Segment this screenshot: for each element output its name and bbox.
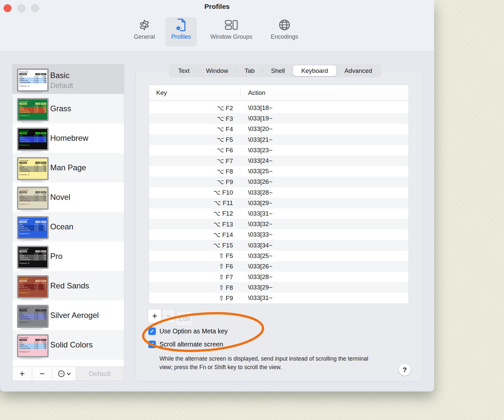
toolbar-item-profiles[interactable]: Profiles — [165, 17, 197, 47]
profile-thumbnail: Terminal#COMMAND%CPURPRVTtop4.1%231KXcod… — [17, 187, 48, 209]
profile-thumbnail: Terminal#COMMAND%CPURPRVTtop4.1%231KXcod… — [17, 98, 48, 121]
use-option-as-meta-checkbox-row: ✓ Use Option as Meta key — [148, 327, 228, 335]
profile-item-silver-aerogel[interactable]: Terminal#COMMAND%CPURPRVTtop4.1%231KXcod… — [12, 301, 124, 330]
profile-tabs: Text Window Tab Shell Keyboard Advanced — [169, 65, 381, 77]
profile-item-pro[interactable]: Terminal#COMMAND%CPURPRVTtop4.1%231KXcod… — [12, 242, 124, 271]
table-row[interactable]: ⌥ F15 \033[34~ — [149, 240, 409, 250]
action-cell: \033[31~ — [240, 294, 273, 302]
column-divider — [240, 88, 241, 97]
action-cell: \033[29~ — [240, 284, 273, 291]
table-row[interactable]: ⇧ F5 \033[25~ — [149, 251, 409, 261]
key-cell: ⌥ F5 — [149, 136, 240, 143]
profile-item-solid-colors[interactable]: Terminal#COMMAND%CPURPRVTtop4.1%231KXcod… — [12, 330, 124, 360]
table-row[interactable]: ⌥ F4 \033[20~ — [149, 124, 409, 134]
check-icon: ✓ — [150, 328, 154, 334]
profile-name: Man Page — [50, 163, 86, 172]
key-cell: ⌥ F11 — [149, 199, 240, 207]
window-groups-icon — [202, 17, 260, 33]
profile-item-basic[interactable]: Terminal#COMMAND%CPURPRVTtop4.1%231KXcod… — [12, 64, 124, 94]
preferences-window: Profiles General — [0, 0, 434, 391]
key-cell: ⌥ F6 — [149, 146, 240, 154]
profile-name: Basic — [50, 71, 70, 80]
tab-label: Tab — [244, 67, 255, 74]
thumbnail-reflection — [18, 150, 45, 153]
remove-profile-button[interactable]: − — [32, 367, 52, 381]
profile-name: Solid Colors — [50, 340, 93, 349]
profile-name: Silver Aerogel — [50, 311, 99, 320]
keyboard-table: Key Action ⌥ F2 \033[18~ ⌥ F3 \033[19~ ⌥… — [149, 85, 409, 304]
table-body: ⌥ F2 \033[18~ ⌥ F3 \033[19~ ⌥ F4 \033[20… — [149, 101, 409, 304]
profile-thumbnail: Terminal#COMMAND%CPURPRVTtop4.1%231KXcod… — [17, 276, 48, 298]
column-header-key[interactable]: Key — [149, 89, 240, 96]
profile-item-homebrew[interactable]: Terminal#COMMAND%CPURPRVTtop4.1%231KXcod… — [12, 123, 124, 153]
scroll-alternate-screen-checkbox[interactable]: ✓ — [148, 341, 156, 348]
table-row[interactable]: ⌥ F2 \033[18~ — [149, 103, 409, 113]
scroll-alternate-screen-label: Scroll alternate screen — [159, 341, 223, 348]
action-cell: \033[20~ — [240, 125, 273, 133]
table-row[interactable]: ⇧ F8 \033[29~ — [149, 282, 409, 293]
use-option-as-meta-checkbox[interactable]: ✓ — [148, 327, 156, 335]
action-cell: \033[24~ — [240, 157, 273, 164]
add-key-button[interactable]: + — [148, 309, 162, 323]
add-profile-button[interactable]: + — [12, 367, 32, 381]
globe-icon — [264, 17, 305, 33]
tab-label: Shell — [271, 67, 285, 74]
toolbar-item-general[interactable]: General — [129, 17, 160, 47]
action-cell: \033[21~ — [240, 136, 273, 143]
profile-subtitle: Default — [50, 81, 73, 90]
table-row[interactable]: ⇧ F6 \033[26~ — [149, 261, 409, 272]
toolbar-item-encodings[interactable]: Encodings — [264, 17, 305, 47]
profile-list-footer: + − Default — [12, 367, 124, 381]
profile-name: Pro — [50, 252, 62, 261]
tab-keyboard[interactable]: Keyboard — [293, 65, 336, 76]
table-row[interactable]: ⌥ F9 \033[26~ — [149, 177, 409, 187]
remove-key-button[interactable]: − — [162, 309, 175, 323]
table-row[interactable]: ⇧ F9 \033[31~ — [149, 293, 409, 303]
table-row[interactable]: ⇧ F7 \033[28~ — [149, 272, 409, 282]
tab-text[interactable]: Text — [170, 65, 198, 76]
profile-item-ocean[interactable]: Terminal#COMMAND%CPURPRVTtop4.1%231KXcod… — [12, 212, 124, 242]
profile-item-novel[interactable]: Terminal#COMMAND%CPURPRVTtop4.1%231KXcod… — [12, 182, 124, 212]
tab-shell[interactable]: Shell — [263, 65, 293, 76]
tab-label: Advanced — [345, 67, 372, 74]
tab-label: Text — [178, 67, 190, 74]
table-row[interactable]: ⌥ F3 \033[19~ — [149, 113, 409, 124]
chevron-down-icon — [67, 372, 71, 375]
table-row[interactable]: ⌥ F10 \033[28~ — [149, 187, 409, 198]
tab-tab[interactable]: Tab — [236, 65, 263, 76]
set-default-button[interactable]: Default — [76, 367, 123, 381]
tab-label: Window — [206, 67, 228, 74]
thumbnail-reflection — [18, 121, 45, 123]
more-options-button[interactable] — [52, 367, 76, 381]
profile-item-red-sands[interactable]: Terminal#COMMAND%CPURPRVTtop4.1%231KXcod… — [12, 271, 124, 301]
profile-name: Grass — [50, 104, 71, 113]
key-cell: ⌥ F4 — [149, 125, 240, 133]
tab-window[interactable]: Window — [198, 65, 237, 76]
help-button[interactable]: ? — [399, 364, 411, 376]
action-cell: \033[34~ — [240, 242, 273, 249]
table-row[interactable]: ⌥ F14 \033[33~ — [149, 229, 409, 240]
edit-key-button[interactable]: Edit — [176, 311, 193, 326]
table-row[interactable]: ⌥ F12 \033[31~ — [149, 208, 409, 219]
toolbar-item-window-groups[interactable]: Window Groups — [202, 17, 260, 47]
table-row[interactable]: ⌥ F8 \033[25~ — [149, 166, 409, 177]
tab-separator — [236, 68, 237, 74]
tab-advanced[interactable]: Advanced — [336, 65, 381, 76]
profile-name: Novel — [50, 193, 70, 202]
key-cell: ⇧ F6 — [149, 262, 240, 270]
thumbnail-reflection — [18, 327, 45, 330]
column-header-action[interactable]: Action — [240, 89, 265, 96]
table-row[interactable]: ⌥ F13 \033[32~ — [149, 219, 409, 229]
profile-thumbnail: Terminal#COMMAND%CPURPRVTtop4.1%231KXcod… — [17, 246, 48, 268]
profile-document-icon — [165, 17, 197, 33]
profile-name: Red Sands — [50, 281, 89, 290]
check-icon: ✓ — [150, 341, 154, 347]
profile-item-man-page[interactable]: Terminal#COMMAND%CPURPRVTtop4.1%231KXcod… — [12, 153, 124, 182]
action-cell: \033[32~ — [240, 220, 273, 228]
table-row[interactable]: ⌥ F7 \033[24~ — [149, 156, 409, 166]
table-row[interactable]: ⌥ F6 \033[23~ — [149, 145, 409, 156]
profile-name: Ocean — [50, 222, 74, 231]
table-row[interactable]: ⌥ F5 \033[21~ — [149, 135, 409, 145]
profile-item-grass[interactable]: Terminal#COMMAND%CPURPRVTtop4.1%231KXcod… — [12, 94, 124, 123]
table-row[interactable]: ⌥ F11 \033[29~ — [149, 198, 409, 208]
